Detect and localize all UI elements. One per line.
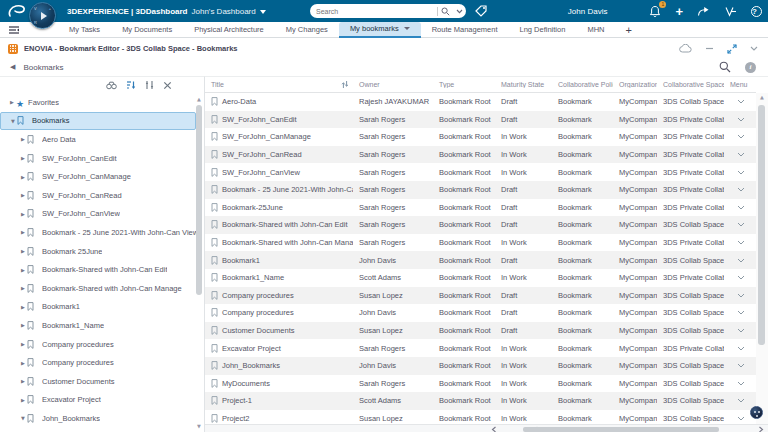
column-header-maturity-state[interactable]: Maturity State (495, 81, 552, 88)
back-arrow-icon[interactable]: ◀ (10, 63, 15, 71)
dashboard-name[interactable]: John's Dashboard (192, 7, 256, 16)
collapsed-arrow-icon[interactable]: ▶ (19, 304, 27, 310)
tab-my-changes[interactable]: My Changes (275, 22, 339, 38)
collapsed-arrow-icon[interactable]: ▶ (19, 248, 27, 254)
cell-menu[interactable] (724, 152, 752, 157)
cell-menu[interactable] (724, 275, 752, 280)
tree-item-bookmarks[interactable]: ▼Bookmarks (0, 112, 196, 131)
tab-my-tasks[interactable]: My Tasks (58, 22, 111, 38)
row-menu-chevron-icon[interactable] (737, 258, 745, 263)
cell-menu[interactable] (724, 99, 752, 104)
row-menu-chevron-icon[interactable] (737, 134, 745, 139)
tab-menu-chevron-icon[interactable] (404, 27, 410, 30)
table-row[interactable]: Project-1Scott AdamsBookmark RootIn Work… (205, 392, 756, 410)
row-menu-chevron-icon[interactable] (737, 363, 745, 368)
close-panel-icon[interactable] (163, 81, 172, 90)
table-row[interactable]: Company proceduresSusan LopezBookmark Ro… (205, 287, 756, 305)
table-scroll-up-icon[interactable]: ▲ (758, 93, 766, 101)
row-menu-chevron-icon[interactable] (737, 222, 745, 227)
table-row[interactable]: SW_ForJohn_CanManageSarah RogersBookmark… (205, 128, 756, 146)
table-row[interactable]: John_BookmarksJohn DavisBookmark RootIn … (205, 357, 756, 375)
table-search-icon[interactable] (719, 61, 731, 73)
collapsed-arrow-icon[interactable]: ▶ (8, 99, 16, 105)
table-row[interactable]: SW_ForJohn_CanEditSarah RogersBookmark R… (205, 111, 756, 129)
row-menu-chevron-icon[interactable] (737, 152, 745, 157)
tree-item-sw-forjohn-canmanage[interactable]: ▶SW_ForJohn_CanManage (0, 167, 196, 186)
table-row[interactable]: SW_ForJohn_CanReadSarah RogersBookmark R… (205, 146, 756, 164)
hscroll-thumb[interactable] (523, 427, 719, 432)
collapsed-arrow-icon[interactable]: ▶ (19, 322, 27, 328)
tab-mhn[interactable]: MHN (576, 22, 615, 38)
collapsed-arrow-icon[interactable]: ▶ (19, 229, 27, 235)
tree-item-bookmark1[interactable]: ▶Bookmark1 (0, 298, 196, 317)
table-scroll-thumb[interactable] (758, 105, 765, 345)
table-row[interactable]: Bookmark-Shared with John-Can EditSarah … (205, 216, 756, 234)
column-header-menu[interactable]: Menu (724, 81, 752, 88)
page-next-icon[interactable] (758, 425, 764, 432)
cloud-icon[interactable] (679, 44, 692, 53)
cell-menu[interactable] (724, 205, 752, 210)
cell-menu[interactable] (724, 117, 752, 122)
cell-menu[interactable] (724, 134, 752, 139)
breadcrumb[interactable]: Bookmarks (23, 63, 63, 72)
column-header-title[interactable]: Title (205, 80, 353, 89)
expanded-arrow-icon[interactable]: ▼ (9, 118, 17, 124)
row-menu-chevron-icon[interactable] (737, 187, 745, 192)
sort-toggle-icon[interactable] (341, 80, 349, 89)
share-button[interactable] (697, 6, 710, 17)
cell-menu[interactable] (724, 328, 752, 333)
column-header-collaborative-space[interactable]: Collaborative Space (657, 81, 724, 88)
collapsed-arrow-icon[interactable]: ▶ (19, 341, 27, 347)
collapse-all-icon[interactable] (145, 80, 154, 90)
sort-icon[interactable] (126, 80, 136, 90)
table-row[interactable]: Bookmark1John DavisBookmark RootDraftBoo… (205, 251, 756, 269)
cell-menu[interactable] (724, 346, 752, 351)
find-binoculars-icon[interactable] (106, 81, 117, 90)
3ds-logo-icon[interactable] (7, 3, 27, 19)
collapsed-arrow-icon[interactable]: ▶ (19, 192, 27, 198)
column-header-owner[interactable]: Owner (353, 81, 433, 88)
collapsed-arrow-icon[interactable]: ▶ (19, 136, 27, 142)
table-row[interactable]: Bookmark-Shared with John-Can ManageSara… (205, 234, 756, 252)
tree-item-john-bookmarks[interactable]: ▼John_Bookmarks (0, 409, 196, 428)
cell-menu[interactable] (724, 381, 752, 386)
tree-scroll-up-icon[interactable]: ▲ (195, 95, 203, 103)
column-header-organization[interactable]: Organization (613, 81, 657, 88)
row-menu-chevron-icon[interactable] (737, 381, 745, 386)
row-menu-chevron-icon[interactable] (737, 310, 745, 315)
cell-menu[interactable] (724, 240, 752, 245)
tree-item-sw-forjohn-canedit[interactable]: ▶SW_ForJohn_CanEdit (0, 149, 196, 168)
cell-menu[interactable] (724, 170, 752, 175)
collapsed-arrow-icon[interactable]: ▶ (19, 360, 27, 366)
cell-menu[interactable] (724, 187, 752, 192)
widget-menu-chevron-icon[interactable] (750, 46, 758, 51)
tree-item-bookmark1-name[interactable]: ▶Bookmark1_Name (0, 316, 196, 335)
collapsed-arrow-icon[interactable]: ▶ (19, 174, 27, 180)
3d-compass-icon[interactable]: V + R (29, 2, 56, 29)
user-name[interactable]: John Davis (568, 7, 608, 16)
help-button[interactable]: ? (751, 6, 762, 17)
tree-item-sw-forjohn-canview[interactable]: ▶SW_ForJohn_CanView (0, 205, 196, 224)
search-options-caret-icon[interactable] (456, 9, 463, 14)
info-icon[interactable]: i (745, 62, 756, 73)
assistant-bot-button[interactable] (750, 406, 763, 419)
vplusr-button[interactable] (724, 6, 737, 17)
table-row[interactable]: Bookmark1_NameScott AdamsBookmark RootIn… (205, 269, 756, 287)
row-menu-chevron-icon[interactable] (737, 346, 745, 351)
tree-item-bookmark-25-june-2021-with-john-can-view[interactable]: ▶Bookmark - 25 June 2021-With John-Can V… (0, 223, 196, 242)
notifications-button[interactable]: 1 (649, 5, 661, 18)
tree-item-sw-forjohn-canread[interactable]: ▶SW_ForJohn_CanRead (0, 186, 196, 205)
collapsed-arrow-icon[interactable]: ▶ (19, 378, 27, 384)
row-menu-chevron-icon[interactable] (737, 170, 745, 175)
collapsed-arrow-icon[interactable]: ▶ (19, 285, 27, 291)
row-menu-chevron-icon[interactable] (737, 240, 745, 245)
collapsed-arrow-icon[interactable]: ▶ (19, 155, 27, 161)
row-menu-chevron-icon[interactable] (737, 398, 745, 403)
global-search-input[interactable] (310, 8, 437, 15)
cell-menu[interactable] (724, 222, 752, 227)
table-row[interactable]: Aero-DataRajesh JAYAKUMARBookmark RootDr… (205, 93, 756, 111)
table-row[interactable]: SW_ForJohn_CanViewSarah RogersBookmark R… (205, 163, 756, 181)
table-row[interactable]: Customer DocumentsSusan LopezBookmark Ro… (205, 322, 756, 340)
minimize-icon[interactable] (705, 44, 714, 53)
sidebar-toggle-icon[interactable] (8, 25, 20, 35)
